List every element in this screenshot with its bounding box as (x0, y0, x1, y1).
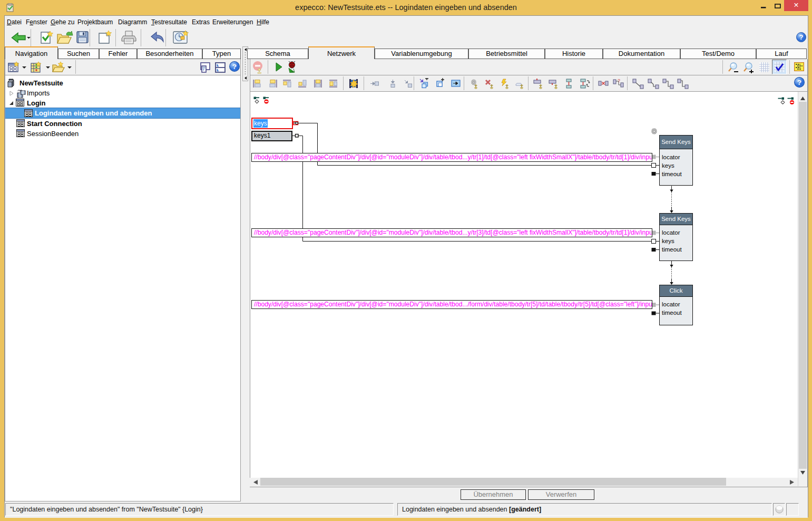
svg-text:?: ? (797, 79, 801, 86)
svg-text:?: ? (799, 33, 804, 41)
svg-text:?: ? (232, 63, 237, 71)
svg-text:?: ? (618, 78, 620, 83)
